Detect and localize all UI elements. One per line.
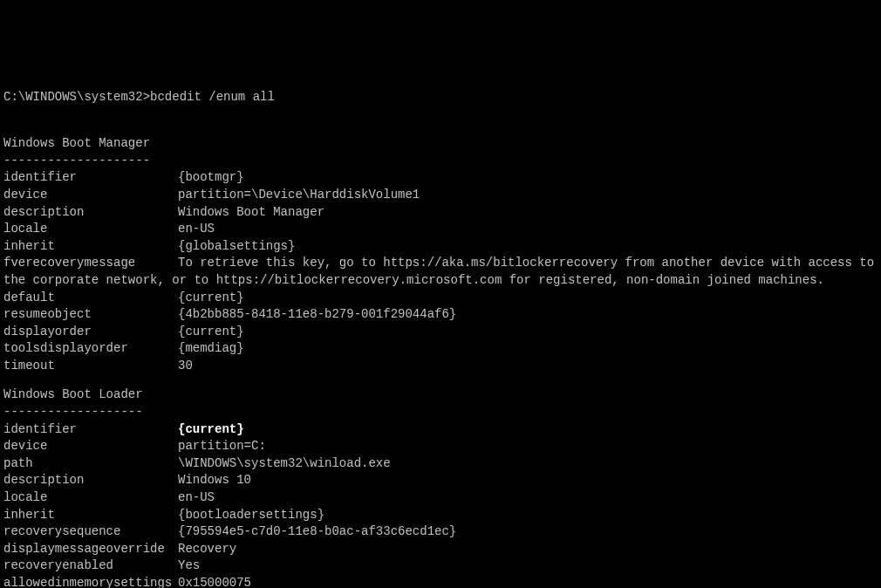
entry-line: descriptionWindows Boot Manager [3, 204, 881, 222]
prompt-path: C:\WINDOWS\system32> [3, 89, 150, 106]
entry-line: identifier{current} [3, 421, 881, 439]
terminal-output[interactable]: C:\WINDOWS\system32>bcdedit /enum all Wi… [3, 72, 881, 588]
command-text: bcdedit /enum all [150, 89, 275, 106]
entry-value: partition=\Device\HarddiskVolume1 [178, 188, 420, 202]
entry-value: {4b2bb885-8418-11e8-b279-001f29044af6} [178, 307, 456, 321]
entry-key: inherit [3, 507, 178, 524]
entry-key: fverecoverymessage [3, 255, 178, 272]
section-header: Windows Boot Loader [3, 386, 881, 404]
entry-value: {globalsettings} [178, 239, 295, 253]
command-prompt-line: C:\WINDOWS\system32>bcdedit /enum all [3, 89, 881, 106]
entry-key: description [3, 472, 178, 489]
entry-key: recoverysequence [3, 523, 178, 541]
entry-line-wrapped: the corporate network, or to https://bit… [3, 272, 881, 290]
entry-key: device [3, 187, 178, 204]
entry-line: recoverysequence{795594e5-c7d0-11e8-b0ac… [3, 523, 881, 541]
entry-value: {bootmgr} [178, 170, 244, 184]
entry-key: timeout [3, 358, 178, 375]
entry-line: recoveryenabledYes [3, 557, 881, 575]
entry-line: allowedinmemorysettings0x15000075 [3, 575, 881, 588]
entry-key: description [3, 204, 178, 222]
entry-key: default [3, 290, 178, 307]
entry-value: {bootloadersettings} [178, 508, 324, 522]
entry-line: devicepartition=C: [3, 438, 881, 455]
section-divider: -------------------- [3, 153, 881, 170]
entry-line: path\WINDOWS\system32\winload.exe [3, 455, 881, 473]
entry-value: 30 [178, 359, 193, 373]
entry-value: To retrieve this key, go to https://aka.… [178, 256, 874, 270]
entry-value: Recovery [178, 542, 236, 556]
entry-line: fverecoverymessageTo retrieve this key, … [3, 255, 881, 272]
entry-key: locale [3, 221, 178, 238]
entry-value: Windows Boot Manager [178, 205, 324, 219]
entry-value: {current} [178, 422, 244, 436]
entry-line: toolsdisplayorder{memdiag} [3, 340, 881, 358]
entry-key: identifier [3, 421, 178, 439]
entry-line: localeen-US [3, 221, 881, 238]
entry-line: displaymessageoverrideRecovery [3, 541, 881, 558]
entry-line: inherit{globalsettings} [3, 238, 881, 256]
entry-value: {current} [178, 325, 244, 338]
entry-value: {795594e5-c7d0-11e8-b0ac-af33c6ecd1ec} [178, 524, 456, 538]
entry-line: timeout30 [3, 358, 881, 375]
entry-key: allowedinmemorysettings [3, 575, 178, 588]
entry-value: {memdiag} [178, 341, 244, 355]
entry-key: resumeobject [3, 306, 178, 324]
entry-line: descriptionWindows 10 [3, 472, 881, 489]
entry-key: path [3, 455, 178, 473]
entry-line: localeen-US [3, 489, 881, 507]
entry-line: resumeobject{4b2bb885-8418-11e8-b279-001… [3, 306, 881, 324]
entry-line: identifier{bootmgr} [3, 169, 881, 187]
entry-key: displayorder [3, 324, 178, 341]
entry-key: recoveryenabled [3, 557, 178, 575]
entry-line: default{current} [3, 290, 881, 307]
entry-line: displayorder{current} [3, 324, 881, 341]
entry-key: identifier [3, 169, 178, 187]
section-divider: ------------------- [3, 404, 881, 421]
entry-value: Yes [178, 558, 200, 572]
entry-line: devicepartition=\Device\HarddiskVolume1 [3, 187, 881, 204]
entry-value: en-US [178, 490, 215, 504]
entry-key: displaymessageoverride [3, 541, 178, 558]
entry-key: locale [3, 489, 178, 507]
entry-value: Windows 10 [178, 473, 251, 487]
entry-key: inherit [3, 238, 178, 256]
entry-key: toolsdisplayorder [3, 340, 178, 358]
entry-value: partition=C: [178, 439, 266, 453]
section-header: Windows Boot Manager [3, 135, 881, 153]
entry-value: {current} [178, 291, 244, 304]
entry-value: 0x15000075 [178, 576, 251, 588]
entry-line: inherit{bootloadersettings} [3, 507, 881, 524]
entry-key: device [3, 438, 178, 455]
entry-value: en-US [178, 222, 215, 236]
entry-value: \WINDOWS\system32\winload.exe [178, 456, 391, 470]
